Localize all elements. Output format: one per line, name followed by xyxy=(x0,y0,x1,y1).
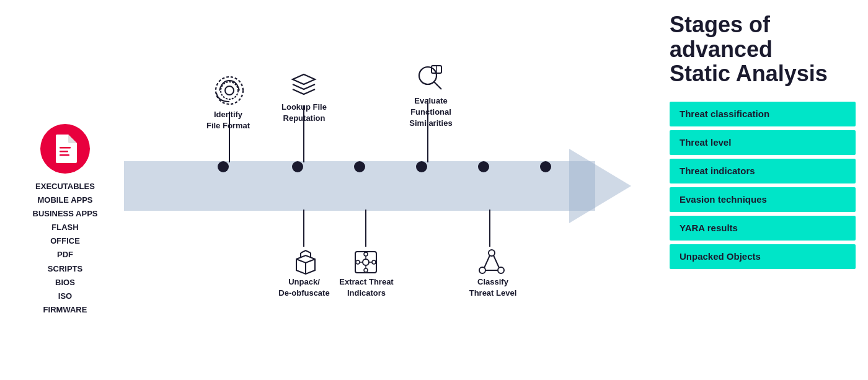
svg-rect-1 xyxy=(60,151,68,152)
file-type-iso: ISO xyxy=(6,289,124,303)
result-badge-evasion-techniques: Evasion techniques xyxy=(670,187,856,212)
result-badge-yara-results: YARA results xyxy=(670,216,856,241)
stage2-dot xyxy=(292,161,303,172)
svg-point-5 xyxy=(225,86,234,95)
result-badge-threat-level: Threat level xyxy=(670,130,856,155)
stage4-vline xyxy=(427,99,428,162)
svg-point-6 xyxy=(419,67,436,84)
unpack-label: Unpack/De-obfuscate xyxy=(272,276,337,299)
file-type-office: OFFICE xyxy=(6,234,124,248)
extract-vline xyxy=(365,210,366,247)
file-types-section: EXECUTABLES MOBILE APPS BUSINESS APPS FL… xyxy=(6,124,124,317)
result-badge-unpacked-objects: Unpacked Objects xyxy=(670,244,856,269)
result-badge-threat-indicators: Threat indicators xyxy=(670,159,856,183)
svg-line-23 xyxy=(484,255,490,268)
classify-label: ClassifyThreat Level xyxy=(459,276,527,299)
stage1-label: Identify File Format xyxy=(191,109,265,131)
file-type-scripts: SCRIPTS xyxy=(6,262,124,276)
svg-point-4 xyxy=(221,82,238,99)
svg-point-20 xyxy=(489,250,495,256)
stages-title: Stages of advanced Static Analysis xyxy=(670,12,856,86)
stage3-dot xyxy=(354,161,365,172)
svg-point-13 xyxy=(372,260,376,264)
file-type-business-apps: BUSINESS APPS xyxy=(6,207,124,221)
extract-label: Extract ThreatIndicators xyxy=(332,276,401,299)
stage4-icon xyxy=(404,61,454,95)
file-type-executables: EXECUTABLES xyxy=(6,180,124,193)
svg-point-22 xyxy=(498,267,504,273)
svg-rect-2 xyxy=(60,154,69,156)
unpack-vline xyxy=(303,210,304,247)
svg-rect-0 xyxy=(60,147,71,149)
stage4-dot xyxy=(416,161,427,172)
file-type-flash: FLASH xyxy=(6,221,124,234)
stage4-label: EvaluateFunctionalSimilarities xyxy=(397,95,465,130)
stage1-vline xyxy=(229,112,230,162)
svg-point-21 xyxy=(479,267,485,273)
svg-point-12 xyxy=(356,260,360,264)
file-types-list: EXECUTABLES MOBILE APPS BUSINESS APPS FL… xyxy=(6,180,124,317)
stage6-dot xyxy=(540,161,551,172)
svg-rect-10 xyxy=(355,252,376,273)
title-line1: Stages of advanced xyxy=(670,12,773,62)
file-type-pdf: PDF xyxy=(6,248,124,262)
extract-icon xyxy=(341,247,391,280)
file-type-bios: BIOS xyxy=(6,276,124,289)
file-type-mobile-apps: MOBILE APPS xyxy=(6,193,124,207)
title-line2: Static Analysis xyxy=(670,61,828,86)
svg-point-15 xyxy=(364,268,368,272)
classify-vline xyxy=(489,210,490,247)
pipeline-wrapper: Identify File Format Lookup FileReputati… xyxy=(124,37,657,366)
stage5-dot xyxy=(478,161,489,172)
stage2-vline xyxy=(303,105,304,162)
stage1-dot xyxy=(218,161,229,172)
right-panel: Stages of advanced Static Analysis Threa… xyxy=(663,0,868,380)
arrow-head xyxy=(569,149,631,223)
stage1-icon xyxy=(198,74,260,109)
svg-line-7 xyxy=(434,82,441,89)
unpack-icon xyxy=(278,247,334,280)
svg-point-11 xyxy=(363,259,369,265)
svg-line-24 xyxy=(494,255,499,268)
file-icon-circle xyxy=(40,124,90,174)
svg-point-14 xyxy=(364,252,368,256)
result-badge-threat-classification: Threat classification xyxy=(670,102,856,126)
stage2-icon xyxy=(276,67,332,102)
file-type-firmware: FIRMWARE xyxy=(6,303,124,317)
classify-icon xyxy=(467,247,516,280)
